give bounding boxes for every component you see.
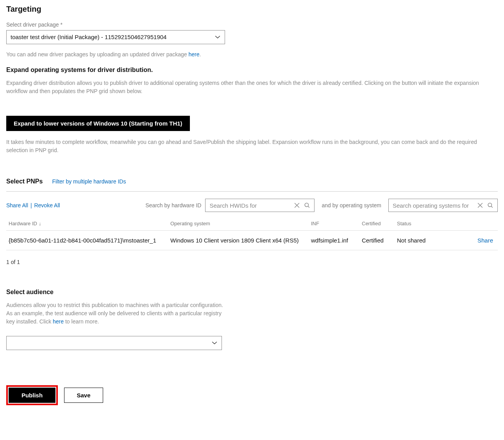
svg-point-1 <box>488 203 491 207</box>
publish-button[interactable]: Publish <box>9 388 55 403</box>
cell-os: Windows 10 Client version 1809 Client x6… <box>170 237 311 244</box>
col-header-status[interactable]: Status <box>397 221 436 226</box>
audience-learn-more-link[interactable]: here <box>53 318 64 325</box>
select-pnps-title: Select PNPs <box>6 178 43 185</box>
search-hw-label: Search by hardware ID <box>145 202 201 208</box>
cell-inf: wdfsimple1.inf <box>311 237 362 244</box>
search-os-box[interactable] <box>388 199 498 212</box>
select-audience-title: Select audience <box>6 289 229 296</box>
col-header-os[interactable]: Operating system <box>170 221 311 226</box>
upload-help-text: You can add new driver packages by uploa… <box>6 50 498 59</box>
audience-select[interactable] <box>6 336 222 350</box>
search-icon[interactable] <box>304 202 310 208</box>
filter-hardware-ids-link[interactable]: Filter by multiple hardware IDs <box>52 178 126 185</box>
svg-point-0 <box>305 203 309 207</box>
audience-description: Audiences allow you to restrict this pub… <box>6 301 229 326</box>
expand-button[interactable]: Expand to lower versions of Windows 10 (… <box>6 116 190 131</box>
and-os-label: and by operating system <box>322 202 381 208</box>
cell-status: Not shared <box>397 237 436 244</box>
clear-icon[interactable] <box>477 202 483 208</box>
share-all-link[interactable]: Share All <box>6 202 28 208</box>
expand-heading: Expand operating systems for driver dist… <box>6 66 498 74</box>
col-header-hwid[interactable]: Hardware ID↓ <box>6 221 170 226</box>
expand-description: Expanding driver distribution allows you… <box>6 79 498 95</box>
search-hwid-box[interactable] <box>205 199 315 212</box>
table-header: Hardware ID↓ Operating system INF Certif… <box>6 217 498 231</box>
save-button[interactable]: Save <box>64 388 103 403</box>
driver-package-select[interactable]: toaster test driver (Initial Package) - … <box>6 30 225 44</box>
upload-here-link[interactable]: here <box>188 51 199 57</box>
col-header-cert[interactable]: Certified <box>362 221 397 226</box>
search-icon[interactable] <box>487 202 493 208</box>
clear-icon[interactable] <box>294 202 300 208</box>
share-link[interactable]: Share <box>477 237 493 244</box>
separator: | <box>30 202 32 208</box>
col-header-inf[interactable]: INF <box>311 221 362 226</box>
cell-hwid: {b85b7c50-6a01-11d2-b841-00c04fad5171}\m… <box>6 237 170 244</box>
expand-note: It takes few minutes to complete workflo… <box>6 138 498 154</box>
search-hwid-input[interactable] <box>209 202 294 209</box>
sort-arrow-icon: ↓ <box>39 221 41 226</box>
cell-cert: Certified <box>362 237 397 244</box>
revoke-all-link[interactable]: Revoke All <box>34 202 60 208</box>
table-row: {b85b7c50-6a01-11d2-b841-00c04fad5171}\m… <box>6 231 498 250</box>
driver-package-label: Select driver package * <box>6 22 498 28</box>
page-title: Targeting <box>6 5 498 14</box>
divider <box>6 191 498 192</box>
search-os-input[interactable] <box>393 202 477 209</box>
pagination: 1 of 1 <box>6 259 498 265</box>
pnp-table: Hardware ID↓ Operating system INF Certif… <box>6 217 498 250</box>
publish-highlight: Publish <box>6 385 58 405</box>
